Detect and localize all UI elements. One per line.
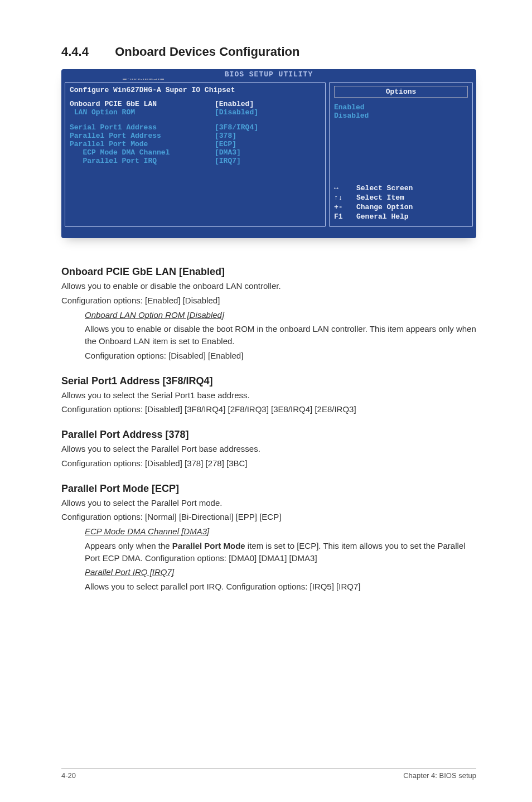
bios-item: LAN Option ROM [Disabled]: [70, 108, 321, 117]
bios-item-value: [3F8/IRQ4]: [215, 123, 258, 132]
page-footer: 4-20 Chapter 4: BIOS setup: [61, 769, 476, 780]
bios-item-value: [378]: [215, 132, 236, 140]
bios-right-panel: Options Enabled Disabled ↔Select Screen …: [329, 82, 473, 227]
paragraph: Allows you to enable or disable the boot…: [85, 323, 476, 347]
bios-options-header: Options: [334, 86, 468, 98]
bios-item-label: ECP Mode DMA Channel: [70, 148, 215, 157]
bios-item-value: [ECP]: [215, 140, 236, 148]
bios-item-label: LAN Option ROM: [70, 108, 215, 117]
spacer: [70, 117, 321, 123]
bios-item-label: Onboard PCIE GbE LAN: [70, 100, 215, 108]
subheading: Serial Port1 Address [3F8/IRQ4]: [61, 375, 476, 387]
bios-help-block: ↔Select Screen ↑↓Select Item +-Change Op…: [334, 184, 468, 222]
bios-option: Disabled: [334, 112, 468, 120]
bios-option: Enabled: [334, 103, 468, 112]
text: Appears only when the: [85, 541, 172, 550]
help-text: Change Option: [356, 203, 413, 212]
bios-item-value: [Enabled]: [215, 100, 254, 108]
chapter-label: Chapter 4: BIOS setup: [403, 771, 476, 780]
bios-item-label: Serial Port1 Address: [70, 123, 215, 132]
bios-panel-header: Configure Win627DHG-A Super IO Chipset: [70, 86, 321, 94]
paragraph: Allows you to select parallel port IRQ. …: [85, 581, 476, 593]
paragraph: Allows you to select the Parallel Port m…: [61, 497, 476, 509]
bios-item: Serial Port1 Address [3F8/IRQ4]: [70, 123, 321, 132]
inline-heading: Onboard LAN Option ROM [Disabled]: [85, 310, 224, 320]
section-heading: 4.4.4 Onboard Devices Configuration: [61, 45, 476, 59]
help-symbol: ↔: [334, 184, 356, 194]
subheading: Parallel Port Address [378]: [61, 429, 476, 441]
help-text: General Help: [356, 212, 409, 222]
bios-item-label: Parallel Port IRQ: [70, 157, 215, 165]
help-symbol: F1: [334, 212, 356, 222]
bios-tab-advanced: Advanced: [123, 79, 164, 80]
paragraph: Configuration options: [Disabled] [3F8/I…: [61, 403, 476, 416]
section-title: Onboard Devices Configuration: [115, 45, 299, 59]
bold-text: Parallel Port Mode: [172, 541, 245, 550]
paragraph: Configuration options: [Disabled] [Enabl…: [85, 350, 476, 362]
bios-item: Parallel Port Mode [ECP]: [70, 140, 321, 148]
bios-item-value: [DMA3]: [215, 148, 241, 157]
subheading: Parallel Port Mode [ECP]: [61, 483, 476, 495]
subheading: Onboard PCIE GbE LAN [Enabled]: [61, 266, 476, 278]
paragraph: Configuration options: [Normal] [Bi-Dire…: [61, 511, 476, 523]
inline-heading: ECP Mode DMA Channel [DMA3]: [85, 526, 209, 536]
bios-item-value: [IRQ7]: [215, 157, 241, 165]
help-symbol: ↑↓: [334, 194, 356, 203]
help-text: Select Screen: [356, 184, 413, 194]
page-number: 4-20: [61, 771, 76, 780]
help-text: Select Item: [356, 194, 404, 203]
bios-item: Parallel Port Address [378]: [70, 132, 321, 140]
paragraph: Allows you to enable or disable the onbo…: [61, 280, 476, 292]
bios-item-label: Parallel Port Address: [70, 132, 215, 140]
bios-left-panel: Configure Win627DHG-A Super IO Chipset O…: [65, 82, 326, 227]
paragraph: Configuration options: [Disabled] [378] …: [61, 457, 476, 470]
bios-item: ECP Mode DMA Channel [DMA3]: [70, 148, 321, 157]
paragraph: Appears only when the Parallel Port Mode…: [85, 540, 476, 564]
bios-item-value: [Disabled]: [215, 108, 258, 117]
bios-utility-title: BIOS SETUP UTILITY: [61, 69, 476, 79]
bios-screenshot: BIOS SETUP UTILITY Advanced Configure Wi…: [61, 69, 476, 238]
bios-item-label: Parallel Port Mode: [70, 140, 215, 148]
paragraph: Allows you to select the Serial Port1 ba…: [61, 389, 476, 402]
bios-item: Onboard PCIE GbE LAN [Enabled]: [70, 100, 321, 108]
paragraph: Configuration options: [Enabled] [Disabl…: [61, 294, 476, 307]
help-symbol: +-: [334, 203, 356, 212]
bios-item: Parallel Port IRQ [IRQ7]: [70, 157, 321, 165]
inline-heading: Parallel Port IRQ [IRQ7]: [85, 567, 174, 577]
section-number: 4.4.4: [61, 45, 112, 59]
paragraph: Allows you to select the Parallel Port b…: [61, 443, 476, 455]
